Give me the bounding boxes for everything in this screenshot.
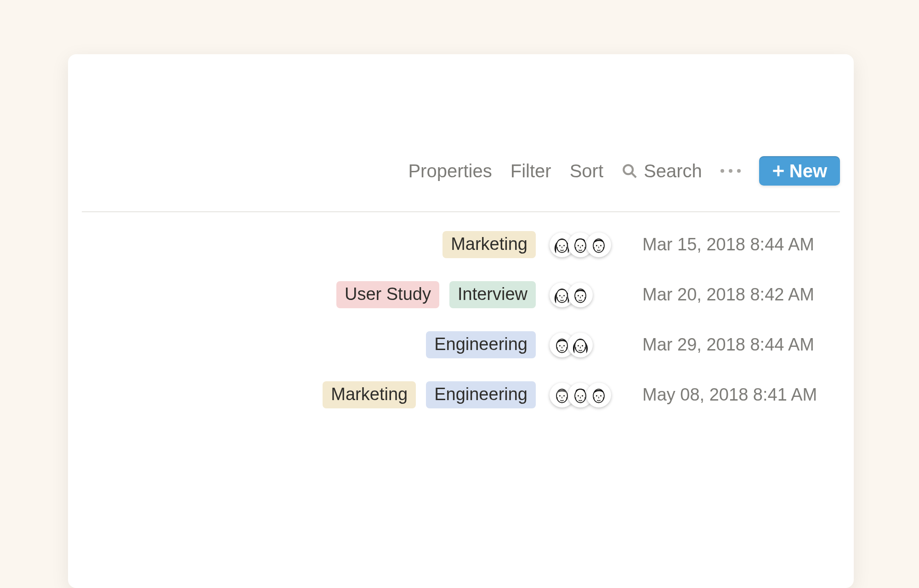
svg-point-30 [582, 395, 583, 396]
date-cell: Mar 15, 2018 8:44 AM [638, 235, 840, 254]
dot-icon [737, 169, 741, 173]
svg-point-18 [582, 295, 583, 296]
avatars-cell [546, 333, 638, 357]
search-icon [622, 163, 637, 179]
tag-badge[interactable]: User Study [336, 281, 439, 309]
avatars-cell [546, 232, 638, 257]
toolbar-divider [82, 211, 840, 212]
tag-badge[interactable]: Marketing [323, 381, 416, 409]
new-button-label: New [789, 162, 827, 180]
tag-badge[interactable]: Engineering [426, 331, 536, 359]
tag-badge[interactable]: Engineering [426, 381, 536, 409]
svg-point-8 [578, 245, 579, 246]
table-row[interactable]: Marketing Mar 15, 2018 8:44 AM [82, 220, 840, 269]
svg-point-26 [559, 395, 561, 396]
table-row[interactable]: Engineering Mar 29, 2018 8:44 AM [82, 321, 840, 369]
dot-icon [720, 169, 724, 173]
avatar[interactable] [586, 383, 611, 407]
tags-cell: User StudyInterview [82, 281, 546, 309]
table-row[interactable]: MarketingEngineering May 08, 2018 8:41 A… [82, 371, 840, 419]
search-button[interactable]: Search [622, 162, 702, 180]
avatars-cell [546, 383, 638, 407]
svg-point-29 [578, 395, 579, 396]
svg-point-20 [559, 345, 561, 346]
svg-line-1 [632, 173, 636, 177]
svg-point-24 [582, 345, 583, 346]
avatar[interactable] [568, 333, 593, 357]
filter-button[interactable]: Filter [511, 162, 551, 180]
properties-button[interactable]: Properties [408, 162, 492, 180]
svg-point-9 [582, 245, 583, 246]
svg-point-14 [559, 295, 561, 296]
svg-point-12 [600, 245, 601, 246]
rows-container: Marketing Mar 15, 2018 8:44 AMUser Study… [82, 220, 840, 419]
avatar[interactable] [586, 232, 611, 257]
svg-point-23 [578, 345, 579, 346]
svg-point-32 [596, 395, 597, 396]
svg-point-0 [624, 165, 633, 174]
tag-badge[interactable]: Interview [449, 281, 536, 309]
date-cell: Mar 29, 2018 8:44 AM [638, 335, 840, 355]
toolbar: Properties Filter Sort Search New [68, 156, 840, 198]
svg-point-21 [563, 345, 565, 346]
svg-point-11 [596, 245, 597, 246]
tags-cell: Engineering [82, 331, 546, 359]
new-button[interactable]: New [759, 156, 840, 186]
avatars-cell [546, 283, 638, 307]
svg-point-6 [563, 245, 565, 246]
tag-badge[interactable]: Marketing [442, 231, 536, 259]
more-button[interactable] [720, 169, 741, 173]
tags-cell: Marketing [82, 231, 546, 259]
sort-button[interactable]: Sort [570, 162, 603, 180]
date-cell: Mar 20, 2018 8:42 AM [638, 285, 840, 305]
avatar[interactable] [568, 283, 593, 307]
svg-point-5 [559, 245, 561, 246]
date-cell: May 08, 2018 8:41 AM [638, 385, 840, 405]
svg-point-27 [563, 395, 565, 396]
tags-cell: MarketingEngineering [82, 381, 546, 409]
svg-point-15 [563, 295, 565, 296]
svg-point-33 [600, 395, 601, 396]
dot-icon [729, 169, 732, 173]
table-row[interactable]: User StudyInterview Mar 20, 2018 8:42 AM [82, 271, 840, 319]
plus-icon [772, 164, 785, 177]
search-label: Search [644, 162, 702, 180]
database-card: Properties Filter Sort Search New Market… [68, 54, 854, 588]
svg-point-17 [578, 295, 579, 296]
